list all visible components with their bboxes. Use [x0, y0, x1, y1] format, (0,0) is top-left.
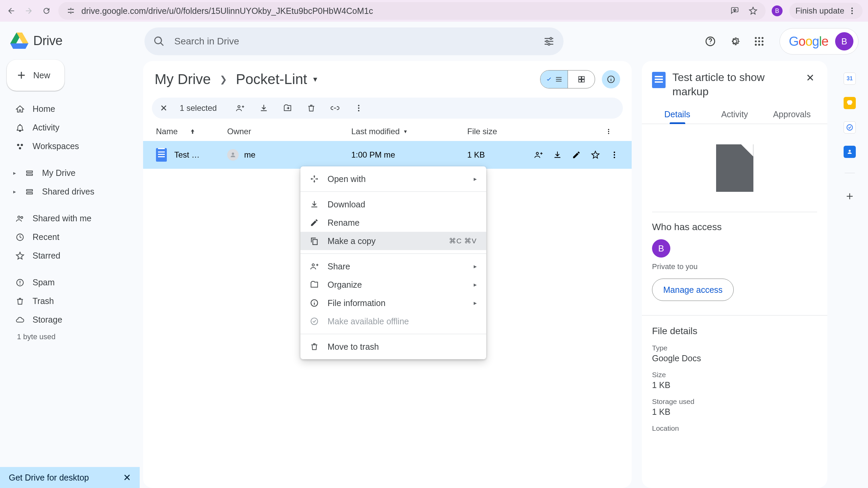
contacts-app-icon[interactable]	[844, 146, 856, 158]
download-button[interactable]	[259, 104, 268, 113]
row-download-button[interactable]	[553, 150, 562, 159]
ctx-file-information[interactable]: File information▸	[300, 294, 486, 312]
main-area: Search in Drive Google B My Drive ❯ Pock…	[143, 22, 868, 488]
svg-point-41	[849, 150, 851, 152]
sidebar-item-shared-drives[interactable]: ▸Shared drives	[7, 182, 136, 201]
svg-point-28	[238, 105, 240, 108]
sidebar-item-trash[interactable]: Trash	[7, 292, 136, 310]
bookmark-star-icon[interactable]	[749, 6, 757, 15]
chrome-profile-avatar[interactable]: B	[772, 5, 783, 16]
file-row[interactable]: Test … me 1:00 PM me 1 KB	[143, 141, 632, 169]
list-view-button[interactable]	[540, 70, 568, 88]
tab-details[interactable]: Details	[649, 105, 706, 124]
more-actions-button[interactable]	[354, 104, 363, 113]
row-more-button[interactable]	[610, 150, 619, 159]
file-name: Test …	[174, 150, 200, 160]
link-button[interactable]	[331, 104, 339, 113]
expand-caret-icon[interactable]: ▸	[12, 188, 17, 195]
type-value: Google Docs	[652, 353, 817, 363]
new-button[interactable]: New	[7, 60, 64, 91]
expand-caret-icon[interactable]: ▸	[12, 170, 17, 176]
access-owner-avatar[interactable]: B	[652, 239, 670, 258]
chevron-down-icon[interactable]: ▼	[403, 129, 408, 134]
ctx-organize[interactable]: Organize▸	[300, 276, 486, 294]
keep-app-icon[interactable]	[844, 97, 856, 109]
apps-button[interactable]	[752, 34, 767, 49]
tab-approvals[interactable]: Approvals	[763, 105, 821, 124]
tab-activity[interactable]: Activity	[706, 105, 763, 124]
ctx-rename[interactable]: Rename	[300, 214, 486, 232]
file-details-heading: File details	[652, 326, 817, 337]
side-rail: 31 ＋	[837, 61, 862, 488]
share-button[interactable]	[236, 104, 244, 113]
breadcrumb-current[interactable]: Pocket-Lint▼	[236, 71, 319, 87]
desktop-promo-banner[interactable]: Get Drive for desktop ✕	[0, 467, 140, 488]
close-details-button[interactable]: ✕	[803, 70, 817, 85]
site-settings-icon[interactable]	[66, 6, 75, 15]
storage-used-label: Storage used	[652, 398, 817, 406]
row-rename-button[interactable]	[572, 150, 581, 159]
svg-point-14	[755, 37, 757, 39]
copy-icon	[310, 237, 319, 245]
grid-view-button[interactable]	[568, 70, 595, 88]
move-button[interactable]	[283, 104, 292, 113]
browser-forward-button[interactable]	[23, 5, 35, 17]
submenu-arrow-icon: ▸	[474, 263, 477, 270]
support-button[interactable]	[703, 34, 718, 49]
svg-rect-23	[578, 77, 581, 79]
finish-update-button[interactable]: Finish update	[789, 3, 863, 19]
column-size[interactable]: File size	[467, 127, 497, 136]
add-addon-button[interactable]: ＋	[844, 188, 855, 204]
toggle-details-button[interactable]	[602, 70, 620, 88]
delete-button[interactable]	[307, 104, 316, 113]
calendar-app-icon[interactable]: 31	[844, 73, 856, 85]
row-star-button[interactable]	[591, 150, 600, 159]
browser-reload-button[interactable]	[41, 5, 52, 17]
ctx-make-a-copy[interactable]: Make a copy⌘C ⌘V	[300, 232, 486, 250]
close-icon[interactable]: ✕	[123, 472, 131, 483]
sidebar-item-starred[interactable]: Starred	[7, 246, 136, 265]
ctx-share[interactable]: Share▸	[300, 257, 486, 276]
sidebar-item-home[interactable]: Home	[7, 100, 136, 118]
star-icon	[16, 251, 24, 260]
column-owner[interactable]: Owner	[227, 127, 251, 136]
install-app-icon[interactable]	[730, 6, 739, 15]
column-modified[interactable]: Last modified	[351, 127, 400, 136]
svg-point-35	[232, 152, 234, 155]
download-icon	[310, 200, 319, 209]
sort-asc-icon[interactable]	[189, 128, 196, 135]
browser-toolbar: drive.google.com/drive/u/0/folders/15Uli…	[0, 0, 868, 22]
context-menu: Open with▸ Download Rename Make a copy⌘C…	[300, 166, 486, 359]
google-logo: Google	[789, 34, 828, 49]
account-avatar[interactable]: B	[835, 32, 853, 50]
tasks-app-icon[interactable]	[844, 121, 856, 134]
search-filters-icon[interactable]	[543, 36, 555, 47]
access-privacy: Private to you	[652, 262, 817, 271]
svg-point-4	[21, 144, 23, 146]
sidebar-item-spam[interactable]: Spam	[7, 273, 136, 292]
column-options-button[interactable]	[605, 128, 619, 135]
open-with-icon	[310, 175, 319, 183]
drive-logo[interactable]: Drive	[7, 26, 136, 58]
svg-rect-25	[578, 80, 581, 82]
settings-button[interactable]	[727, 34, 742, 49]
sidebar-item-storage[interactable]: Storage	[7, 310, 136, 329]
svg-point-18	[758, 40, 761, 42]
account-chip[interactable]: Google B	[780, 28, 859, 55]
sidebar-item-shared-with-me[interactable]: Shared with me	[7, 209, 136, 228]
ctx-download[interactable]: Download	[300, 195, 486, 214]
sidebar-item-workspaces[interactable]: Workspaces	[7, 137, 136, 156]
clear-selection-button[interactable]: ✕	[160, 103, 167, 114]
browser-back-button[interactable]	[5, 5, 17, 17]
manage-access-button[interactable]: Manage access	[652, 279, 734, 301]
address-bar[interactable]: drive.google.com/drive/u/0/folders/15Uli…	[58, 2, 766, 20]
column-name[interactable]: Name	[156, 127, 178, 136]
sidebar-item-activity[interactable]: Activity	[7, 118, 136, 137]
search-input[interactable]: Search in Drive	[144, 27, 564, 55]
sidebar-item-my-drive[interactable]: ▸My Drive	[7, 164, 136, 182]
breadcrumb-root[interactable]: My Drive	[155, 71, 211, 87]
row-share-button[interactable]	[534, 150, 543, 159]
ctx-open-with[interactable]: Open with▸	[300, 170, 486, 188]
sidebar-item-recent[interactable]: Recent	[7, 228, 136, 246]
ctx-move-to-trash[interactable]: Move to trash	[300, 338, 486, 356]
